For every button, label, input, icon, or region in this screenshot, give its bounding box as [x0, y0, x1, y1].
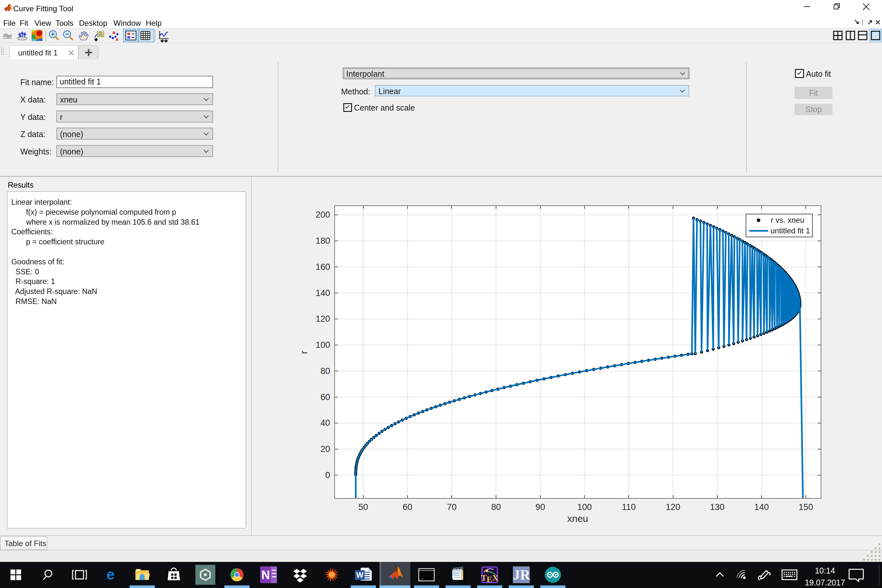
svg-text:150: 150	[798, 502, 813, 512]
svg-text:W: W	[356, 571, 364, 579]
svg-text:160: 160	[316, 262, 330, 272]
svg-text:70: 70	[447, 502, 456, 512]
svg-text:TEX: TEX	[481, 573, 498, 584]
svg-text:0: 0	[325, 470, 330, 480]
svg-text:xneu: xneu	[567, 513, 588, 524]
svg-text:140: 140	[316, 288, 330, 298]
svg-text:50: 50	[358, 502, 368, 512]
svg-text:80: 80	[491, 502, 501, 512]
svg-text:180: 180	[316, 236, 330, 246]
svg-text:20: 20	[320, 444, 330, 454]
svg-text:e: e	[106, 566, 115, 583]
svg-text:10:14: 10:14	[815, 566, 835, 575]
svg-text:100: 100	[578, 502, 592, 512]
svg-text:60: 60	[403, 502, 412, 512]
svg-text:untitled fit 1: untitled fit 1	[771, 226, 810, 235]
svg-text:140: 140	[754, 502, 769, 512]
svg-text:N: N	[261, 568, 270, 582]
svg-text:JR: JR	[513, 567, 531, 583]
svg-text:19.07.2017: 19.07.2017	[805, 578, 845, 587]
svg-text:120: 120	[316, 314, 330, 324]
svg-text:80: 80	[320, 366, 330, 376]
svg-text:r: r	[298, 351, 309, 354]
svg-text:200: 200	[316, 210, 330, 219]
svg-text:40: 40	[320, 418, 330, 428]
svg-text:110: 110	[622, 502, 636, 512]
svg-text:100: 100	[316, 340, 330, 350]
svg-text:120: 120	[666, 502, 680, 512]
svg-text:90: 90	[536, 502, 545, 512]
svg-text:130: 130	[710, 502, 724, 512]
svg-text:60: 60	[320, 392, 330, 402]
svg-text:r vs. xneu: r vs. xneu	[771, 216, 804, 224]
